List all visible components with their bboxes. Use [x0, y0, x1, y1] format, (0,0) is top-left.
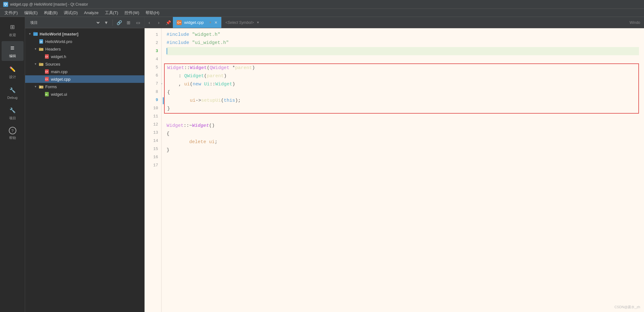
icon-pro: Qt [38, 39, 44, 44]
tab-label: widget.cpp [184, 20, 204, 25]
tab-dropdown-arrow[interactable]: ▼ [209, 21, 212, 24]
menu-edit[interactable]: 编辑(E) [21, 9, 41, 16]
code-line-13: { [167, 130, 639, 138]
design-icon: ✏️ [8, 65, 17, 73]
fold-arrow-7: ▼ [162, 80, 162, 89]
menu-help[interactable]: 帮助(H) [142, 9, 162, 16]
menu-widgets[interactable]: 控件(W) [121, 9, 142, 16]
svg-text:F: F [40, 86, 41, 88]
indent-14 [167, 138, 189, 146]
sidebar-label-help: 帮助 [9, 136, 16, 140]
tree-item-forms[interactable]: ▼ F Forms [25, 83, 144, 90]
menu-file[interactable]: 文件(F) [1, 9, 21, 16]
setup-9: setupUi [201, 97, 221, 105]
line-num-7: 7 [145, 80, 158, 88]
tab-close-button[interactable]: ✕ [214, 20, 217, 25]
line-num-1: 1 [145, 31, 158, 39]
menu-tools[interactable]: 工具(T) [102, 9, 122, 16]
indent-7: , [167, 80, 184, 89]
sidebar-item-design[interactable]: ✏️ 设计 [2, 62, 24, 82]
sidebar-item-project[interactable]: 🔧 项目 [2, 103, 24, 123]
tab-pin-button[interactable]: 📌 [163, 17, 173, 28]
title-bar: Qt widget.cpp @ HelloWorld [master] - Qt… [0, 0, 644, 9]
grid-icon: ⊞ [8, 23, 17, 31]
label-root: HelloWorld [master] [40, 32, 78, 36]
tree-item-widget-h[interactable]: ▶ C+ widget.h [25, 53, 144, 60]
tree-item-root[interactable]: ▼ HelloWorld [master] [25, 30, 144, 38]
sidebar-label-welcome: 欢迎 [9, 33, 16, 37]
tree-item-pro[interactable]: ▶ Qt HelloWorld.pro [25, 38, 144, 45]
code-line-16 [167, 154, 639, 163]
paren-6: ( [204, 72, 207, 80]
svg-text:C+: C+ [45, 56, 48, 58]
scope-5: :: [184, 64, 190, 72]
code-content[interactable]: #include "widget.h" #include "ui_widget.… [162, 28, 644, 312]
sidebar-label-design: 设计 [9, 75, 16, 79]
icon-widget-ui: UI [44, 91, 50, 97]
delete-14: delete [189, 138, 209, 146]
sidebar-item-welcome[interactable]: ⊞ 欢迎 [2, 20, 24, 40]
tab-symbol-select[interactable]: <Select Symbol> ▼ [222, 17, 626, 28]
sidebar-label-project: 项目 [9, 116, 16, 121]
tab-forward-button[interactable]: › [154, 17, 163, 28]
tree-item-headers[interactable]: ▼ Headers [25, 45, 144, 53]
help-icon: ? [9, 127, 16, 134]
ui-ns-7: Ui [204, 80, 210, 89]
code-line-12: ▼ Widget::~Widget() [167, 122, 639, 130]
project-panel: 项目 ▼ 🔗 ⊞ ▭ ▼ HelloWorld [master] ▶ [25, 17, 145, 312]
editor-tab-widget-cpp[interactable]: C+ widget.cpp ▼ ✕ [173, 17, 222, 28]
line-num-4: 4 [145, 55, 158, 63]
code-line-1: #include "widget.h" [167, 31, 639, 39]
code-line-9: ui->setupUi(this); [167, 97, 638, 105]
svg-rect-9 [39, 63, 41, 64]
tree-item-main-cpp[interactable]: ▶ C+ main.cpp [25, 68, 144, 75]
menu-debug[interactable]: 调试(D) [61, 9, 81, 16]
menu-analyze[interactable]: Analyze [81, 10, 102, 16]
app-icon: Qt [3, 2, 8, 7]
editor-tabs: ‹ › 📌 C+ widget.cpp ▼ ✕ <Select Symbol> … [145, 17, 644, 28]
svg-text:C+: C+ [45, 78, 48, 80]
label-widget-h: widget.h [51, 54, 66, 59]
code-editor[interactable]: 1 2 3 4 5 6 7 8 9 10 11 12 13 14 15 16 1… [145, 28, 644, 312]
menu-bar: 文件(F) 编辑(E) 构建(B) 调试(D) Analyze 工具(T) 控件… [0, 9, 644, 17]
line-num-14: 14 [145, 137, 158, 145]
label-forms: Forms [45, 84, 57, 89]
tree-item-widget-ui[interactable]: ▶ UI widget.ui [25, 90, 144, 98]
line-num-11: 11 [145, 112, 158, 121]
parent-6: parent [207, 72, 224, 80]
project-icon: 🔧 [8, 106, 17, 115]
paren-7: ( [190, 80, 193, 89]
window-title: widget.cpp @ HelloWorld [master] - Qt Cr… [10, 2, 88, 7]
sidebar-icons: ⊞ 欢迎 ≡ 编辑 ✏️ 设计 🔧 Debug 🔧 项目 ? 帮助 [0, 17, 25, 312]
folder-headers-icon [38, 46, 44, 52]
project-selector[interactable]: 项目 [28, 19, 101, 26]
layout-button[interactable]: ▭ [134, 19, 142, 26]
editor-area: ‹ › 📌 C+ widget.cpp ▼ ✕ <Select Symbol> … [145, 17, 644, 312]
tree-item-sources[interactable]: ▼ Sources [25, 60, 144, 68]
add-button[interactable]: ⊞ [125, 19, 132, 26]
line-numbers: 1 2 3 4 5 6 7 8 9 10 11 12 13 14 15 16 1… [145, 28, 162, 312]
sidebar-item-help[interactable]: ? 帮助 [2, 124, 24, 143]
icon-main-cpp: C+ [44, 69, 50, 74]
line-num-15: 15 [145, 145, 158, 153]
sidebar-item-debug[interactable]: 🔧 Debug [2, 83, 24, 102]
icon-widget-h: C+ [44, 54, 50, 59]
sidebar-item-edit[interactable]: ≡ 编辑 [2, 41, 24, 61]
arrow-headers: ▼ [33, 47, 38, 51]
filter-button[interactable]: ▼ [102, 19, 110, 26]
paren-9: ( [221, 97, 224, 105]
this-9: this [224, 97, 235, 105]
link-button[interactable]: 🔗 [115, 19, 123, 26]
label-main-cpp: main.cpp [51, 69, 68, 74]
tab-back-button[interactable]: ‹ [145, 17, 154, 28]
menu-build[interactable]: 构建(B) [41, 9, 61, 16]
ui-7: ui [184, 80, 190, 89]
cbrace-15: } [167, 146, 169, 154]
svg-text:Qt: Qt [40, 40, 42, 43]
scope-7: :: [210, 80, 215, 89]
highlighted-block: Widget::Widget(QWidget *parent) : QWidge… [164, 63, 639, 114]
code-line-7: ▼ , ui(new Ui::Widget) [167, 80, 638, 89]
watermark: CSDN@露水_zh [614, 305, 640, 309]
tree-item-widget-cpp[interactable]: ▶ C+ widget.cpp [25, 75, 144, 83]
widget-class-5: Widget [167, 64, 184, 72]
